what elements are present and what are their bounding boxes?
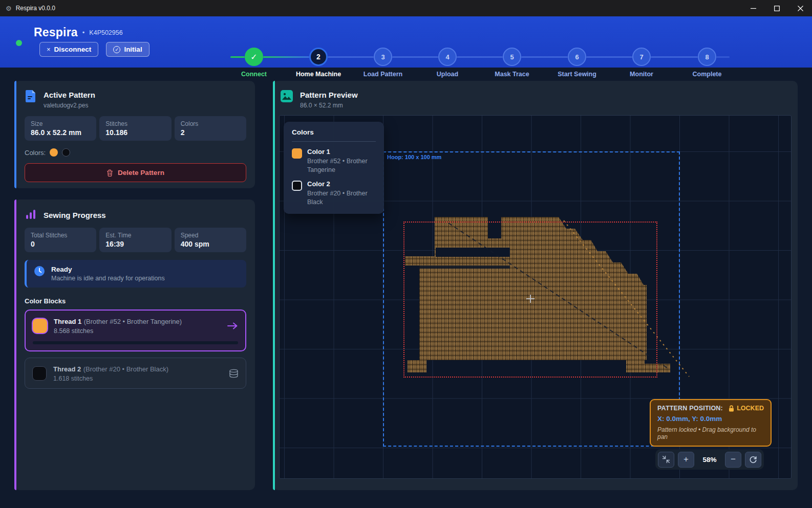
zoom-level: 58% [698,456,721,463]
locked-label: LOCKED [737,405,764,412]
thread-1-detail: (Brother #52 • Brother Tangerine) [84,318,182,325]
step-label-start-sewing: Start Sewing [541,71,613,78]
stat-speed: Speed 400 spm [175,228,246,252]
preview-canvas[interactable]: Hoop: 100 x 100 mm [279,115,792,479]
app-icon: ⚙ [6,5,12,12]
thread-2-block[interactable]: Thread 2 (Brother #20 • Brother Black) 1… [25,358,246,389]
thread-1-swatch [33,319,47,333]
step-home-machine[interactable]: 2 [309,48,328,66]
stat-size: Size 86.0 x 52.2 mm [25,116,96,141]
pattern-dimensions: 86.0 × 52.2 mm [300,102,358,109]
stat-est-time: Est. Time 16:39 [99,228,171,252]
step-label-complete: Complete [671,71,743,78]
step-monitor[interactable]: 7 [632,48,651,66]
legend-entry-color-2: Color 2 Brother #20 • Brother Black [292,180,376,207]
thread-1-name: Thread 1 [54,318,81,325]
clock-icon [34,266,45,277]
app-window: ⚙ Respira v0.0.0 Respira • K4P502956 × D… [0,0,812,508]
step-connector [230,56,245,58]
disconnect-button[interactable]: × Disconnect [39,42,98,57]
pattern-lock-hint: Pattern locked • Drag background to pan [657,426,764,440]
thread-1-stitches: 8.568 stitches [54,327,182,335]
legend-swatch-black [292,181,302,191]
color-swatch-black [62,148,70,157]
sewing-progress-title: Sewing Progress [44,210,106,219]
step-connector [328,56,374,58]
trash-icon [106,169,113,176]
thread-1-progress-bar [33,341,238,344]
zoom-in-button[interactable]: + [678,452,694,468]
disconnect-label: Disconnect [54,46,92,53]
legend-title: Colors [292,128,376,136]
step-label-home-machine: Home Machine [283,71,354,78]
zoom-out-button[interactable]: − [725,452,741,468]
machine-status-banner: Ready Machine is idle and ready for oper… [25,260,246,288]
titlebar: ⚙ Respira v0.0.0 [0,0,812,16]
plus-icon: + [683,454,689,465]
step-label-load-pattern: Load Pattern [347,71,419,78]
stat-total-stitches: Total Stitches 0 [25,228,96,252]
maximize-button[interactable] [765,0,788,16]
active-pattern-title: Active Pattern [44,90,95,99]
pattern-preview-title: Pattern Preview [300,90,358,99]
step-label-monitor: Monitor [606,71,677,78]
step-label-upload: Upload [412,71,483,78]
step-connect[interactable]: ✓ [245,48,263,66]
step-start-sewing[interactable]: 6 [568,48,586,66]
step-connector [263,56,309,58]
legend-swatch-orange [292,148,302,159]
pattern-bounds-box [403,222,657,378]
lock-icon [729,405,734,412]
step-connector [457,56,503,58]
thread-2-swatch [32,366,47,381]
step-connector [586,56,632,58]
step-load-pattern[interactable]: 3 [374,48,392,66]
colors-label: Colors: [25,149,46,157]
status-description: Machine is idle and ready for operations [51,275,165,282]
close-button[interactable] [788,0,812,16]
brand-title: Respira [34,26,78,39]
sewing-progress-card: Sewing Progress Total Stitches 0 Est. Ti… [14,200,255,490]
step-connector [521,56,568,58]
image-icon [280,90,293,109]
stat-colors: Colors 2 [175,116,246,141]
initial-label: Initial [124,46,142,53]
step-upload[interactable]: 4 [438,48,457,66]
minus-icon: − [731,454,736,465]
close-icon: × [47,46,51,53]
thread-2-detail: (Brother #20 • Brother Black) [83,365,168,373]
step-mask-trace[interactable]: 5 [503,48,521,66]
delete-pattern-button[interactable]: Delete Pattern [25,163,246,182]
delete-pattern-label: Delete Pattern [118,169,164,176]
minimize-button[interactable] [741,0,765,16]
pattern-coordinates: X: 0.0mm, Y: 0.0mm [657,415,764,423]
colors-legend: Colors Color 1 Brother #52 • Brother Tan… [284,122,384,214]
stat-stitches: Stitches 10.186 [99,116,171,141]
arrow-right-icon[interactable] [227,322,238,330]
app-header: Respira • K4P502956 × Disconnect ✓ Initi… [0,16,812,68]
thread-2-name: Thread 2 [53,365,81,373]
bar-chart-icon [25,208,37,220]
step-connector [651,56,698,58]
color-swatch-orange [50,148,58,157]
pattern-preview-card: Pattern Preview 86.0 × 52.2 mm Hoop: 100… [273,81,798,490]
step-connector [392,56,438,58]
pattern-filename: valetudogv2.pes [44,102,95,109]
fit-to-screen-button[interactable] [658,452,674,468]
check-icon: ✓ [250,52,257,62]
initial-button[interactable]: ✓ Initial [106,42,149,57]
pattern-position-overlay: PATTERN POSITION: LOCKED X: 0.0mm, Y: 0.… [650,399,772,447]
layers-icon [229,369,239,378]
legend-divider [292,141,376,142]
reset-view-button[interactable] [745,452,761,468]
window-title: Respira v0.0.0 [16,5,55,12]
status-title: Ready [51,266,165,273]
step-label-mask-trace: Mask Trace [476,71,548,78]
legend-entry-color-1: Color 1 Brother #52 • Brother Tangerine [292,148,376,174]
step-complete[interactable]: 8 [698,48,716,66]
thread-1-block[interactable]: Thread 1 (Brother #52 • Brother Tangerin… [25,310,246,351]
zoom-toolbar: + 58% − [655,449,764,470]
active-pattern-card: Active Pattern valetudogv2.pes Size 86.0… [14,81,255,188]
brand-separator: • [82,29,85,36]
file-icon [25,90,37,109]
